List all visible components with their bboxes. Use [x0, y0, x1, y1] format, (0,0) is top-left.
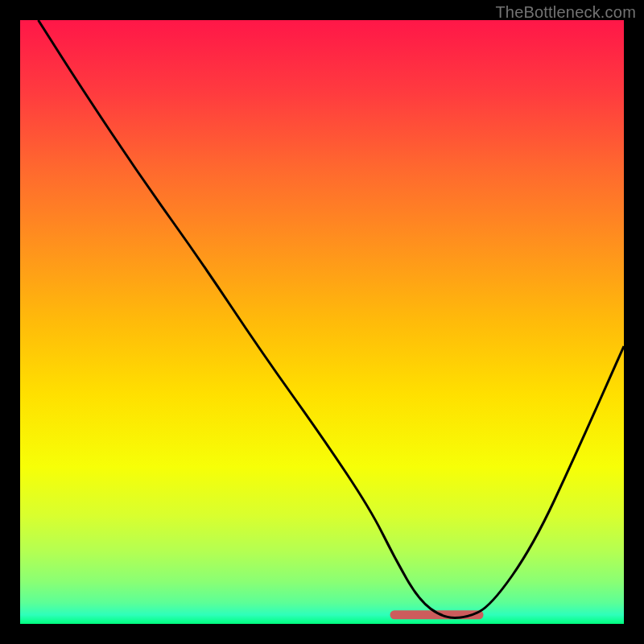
- bottleneck-curve-path: [39, 20, 625, 618]
- attribution-label: TheBottleneck.com: [495, 3, 636, 22]
- heatmap-canvas: [20, 20, 624, 624]
- bottleneck-curve-svg: [20, 20, 624, 624]
- outer-black-frame: TheBottleneck.com: [0, 0, 644, 644]
